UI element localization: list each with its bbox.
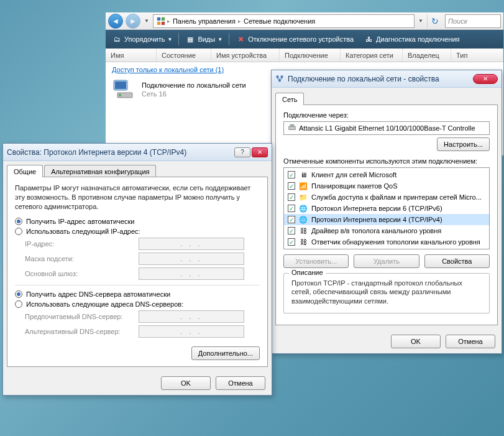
properties-button[interactable]: Свойства xyxy=(424,254,490,268)
components-label: Отмеченные компоненты используются этим … xyxy=(283,157,490,165)
service-icon: 📶 xyxy=(299,182,308,190)
diagnose-label: Диагностика подключения xyxy=(376,35,459,43)
checkbox[interactable] xyxy=(288,171,295,179)
list-item[interactable]: 📶 Планировщик пакетов QoS xyxy=(284,180,489,192)
subnet-mask-input[interactable]: . . . xyxy=(139,253,244,265)
ok-button[interactable]: OK xyxy=(391,335,441,348)
field-label: Предпочитаемый DNS-сервер: xyxy=(25,313,134,320)
lan-properties-dialog: Подключение по локальной сети - свойства… xyxy=(271,70,502,354)
diagnose-button[interactable]: 🖧 Диагностика подключения xyxy=(360,33,463,45)
checkbox[interactable] xyxy=(288,205,295,212)
radio-label: Использовать следующие адреса DNS-сервер… xyxy=(26,300,183,308)
advanced-button[interactable]: Дополнительно... xyxy=(191,346,260,360)
list-item-selected[interactable]: 🌐 Протокол Интернета версии 4 (TCP/IPv4) xyxy=(284,214,489,225)
nav-back-button[interactable]: ◄ xyxy=(108,14,123,29)
list-item[interactable]: 🌐 Протокол Интернета версии 6 (TCP/IPv6) xyxy=(284,203,489,214)
refresh-button[interactable]: ↻ xyxy=(427,14,442,28)
remove-button[interactable]: Удалить xyxy=(354,254,419,268)
radio-dns-manual[interactable]: Использовать следующие адреса DNS-сервер… xyxy=(15,300,260,308)
breadcrumb-sep-icon: ▸ xyxy=(167,18,170,24)
chevron-down-icon: ▼ xyxy=(218,37,222,42)
components-list: 🖥 Клиент для сетей Microsoft 📶 Планировщ… xyxy=(283,167,490,249)
views-label: Виды xyxy=(198,35,215,43)
list-item[interactable]: 🖥 Клиент для сетей Microsoft xyxy=(284,169,489,180)
dialog-buttons: OK Отмена xyxy=(272,330,502,353)
connection-text: Подключение по локальной сети Сеть 16 xyxy=(142,81,246,99)
ip-address-input[interactable]: . . . xyxy=(139,238,244,250)
close-button[interactable]: ✕ xyxy=(252,147,268,157)
svg-rect-5 xyxy=(115,81,126,89)
tab-alternate[interactable]: Альтернативная конфигурация xyxy=(44,165,156,177)
list-item[interactable]: ⛓ Драйвер в/в тополога канального уровня xyxy=(284,225,489,236)
network-icon xyxy=(275,74,284,84)
adapter-name: Attansic L1 Gigabit Ethernet 10/100/1000… xyxy=(299,124,475,132)
tab-general[interactable]: Общие xyxy=(7,165,43,177)
svg-rect-1 xyxy=(162,17,165,20)
cancel-button[interactable]: Отмена xyxy=(446,335,495,348)
dialog-title: Свойства: Протокол Интернета версии 4 (T… xyxy=(7,148,231,157)
views-menu[interactable]: ▦ Виды ▼ xyxy=(181,33,226,45)
breadcrumb-sep-icon: ▸ xyxy=(238,18,241,24)
col-type[interactable]: Тип xyxy=(451,49,503,62)
col-device[interactable]: Имя устройства xyxy=(211,49,280,62)
breadcrumb-item[interactable]: Сетевые подключения xyxy=(242,17,316,25)
dialog-titlebar[interactable]: Свойства: Протокол Интернета версии 4 (T… xyxy=(3,144,272,161)
breadcrumb[interactable]: ▸ Панель управления ▸ Сетевые подключени… xyxy=(153,14,415,28)
help-button[interactable]: ? xyxy=(234,147,250,157)
checkbox[interactable] xyxy=(288,238,295,246)
search-input[interactable]: Поиск xyxy=(445,14,501,28)
connect-using-label: Подключение через: xyxy=(283,111,490,119)
col-owner[interactable]: Владелец xyxy=(403,49,451,62)
item-label: Ответчик обнаружения топологии канальног… xyxy=(311,238,480,246)
field-label: Основной шлюз: xyxy=(25,270,134,277)
radio-ip-manual[interactable]: Использовать следующий IP-адрес: xyxy=(15,228,260,235)
dialog-titlebar[interactable]: Подключение по локальной сети - свойства… xyxy=(272,70,502,88)
item-label: Драйвер в/в тополога канального уровня xyxy=(311,227,441,234)
nav-history-dropdown[interactable]: ▼ xyxy=(143,18,150,24)
close-button[interactable]: ✕ xyxy=(473,74,498,84)
explorer-topbar: ◄ ► ▼ ▸ Панель управления ▸ Сетевые подк… xyxy=(106,12,503,30)
cancel-button[interactable]: Отмена xyxy=(216,376,265,390)
col-category[interactable]: Категория сети xyxy=(341,49,403,62)
list-item[interactable]: ⛓ Ответчик обнаружения топологии канальн… xyxy=(284,236,489,248)
checkbox[interactable] xyxy=(288,227,295,234)
checkbox[interactable] xyxy=(288,182,295,190)
group-header[interactable]: Доступ только к локальной сети (1) xyxy=(112,66,224,73)
connection-title: Подключение по локальной сети xyxy=(142,81,246,90)
radio-dns-auto[interactable]: Получить адрес DNS-сервера автоматически xyxy=(15,290,260,298)
svg-rect-12 xyxy=(290,124,295,127)
col-status[interactable]: Состояние xyxy=(157,49,211,62)
disable-device-button[interactable]: ✖ Отключение сетевого устройства xyxy=(232,33,357,45)
radio-ip-auto[interactable]: Получить IP-адрес автоматически xyxy=(15,218,260,225)
disable-label: Отключение сетевого устройства xyxy=(248,35,354,43)
field-label: IP-адрес: xyxy=(25,240,134,248)
ip-address-row: IP-адрес: . . . xyxy=(25,238,260,250)
adapter-display[interactable]: Attansic L1 Gigabit Ethernet 10/100/1000… xyxy=(283,121,490,135)
field-label: Маска подсети: xyxy=(25,255,134,262)
address-dropdown[interactable]: ▼ xyxy=(417,18,424,24)
install-button[interactable]: Установить... xyxy=(283,254,349,268)
list-item[interactable]: 📁 Служба доступа к файлам и принтерам се… xyxy=(284,192,489,203)
radio-icon xyxy=(15,218,22,225)
organize-menu[interactable]: 🗂 Упорядочить ▼ xyxy=(108,33,176,45)
alternate-dns-input[interactable]: . . . xyxy=(139,325,244,338)
svg-rect-9 xyxy=(281,75,283,78)
explorer-toolbar: 🗂 Упорядочить ▼ ▦ Виды ▼ ✖ Отключение се… xyxy=(106,30,503,49)
chevron-down-icon: ▼ xyxy=(167,37,172,42)
close-icon: ✕ xyxy=(483,75,488,82)
preferred-dns-input[interactable]: . . . xyxy=(139,310,244,323)
svg-rect-8 xyxy=(277,75,279,78)
ok-button[interactable]: OK xyxy=(161,376,211,390)
col-name[interactable]: Имя xyxy=(106,49,157,62)
configure-button[interactable]: Настроить... xyxy=(437,137,490,151)
checkbox[interactable] xyxy=(288,193,295,201)
tab-network[interactable]: Сеть xyxy=(275,93,304,105)
gateway-input[interactable]: . . . xyxy=(139,267,244,280)
breadcrumb-item[interactable]: Панель управления xyxy=(172,17,237,25)
control-panel-icon xyxy=(156,16,166,26)
nav-forward-button[interactable]: ► xyxy=(126,14,140,29)
col-connection[interactable]: Подключение xyxy=(280,49,341,62)
toolbar-separator xyxy=(178,33,179,45)
checkbox[interactable] xyxy=(288,216,295,223)
subnet-mask-row: Маска подсети: . . . xyxy=(25,253,260,265)
